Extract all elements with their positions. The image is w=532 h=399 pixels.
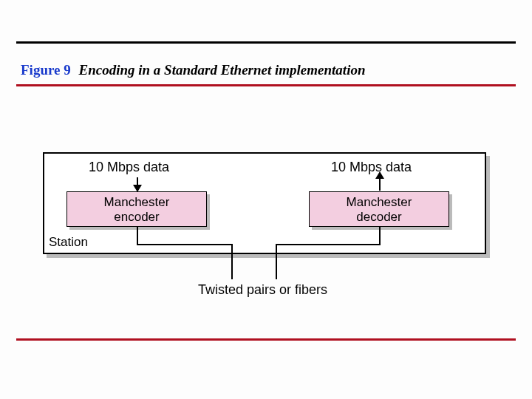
encoder-label: Manchesterencoder	[104, 195, 170, 224]
wire	[137, 227, 138, 245]
station-label: Station	[49, 235, 88, 250]
wire	[231, 244, 233, 279]
wire	[276, 244, 381, 245]
diagram: 10 Mbps data 10 Mbps data Manchesterenco…	[43, 140, 486, 303]
arrow-up-icon	[379, 177, 381, 191]
medium-label: Twisted pairs or fibers	[198, 282, 327, 298]
decoder-box: Manchesterdecoder	[309, 191, 449, 227]
wire	[276, 244, 277, 279]
decoder-label: Manchesterdecoder	[347, 195, 412, 224]
title-underline	[16, 84, 516, 86]
input-data-label: 10 Mbps data	[89, 160, 169, 175]
arrow-down-icon	[137, 177, 138, 191]
figure-number: Figure 9	[21, 62, 71, 78]
output-data-label: 10 Mbps data	[331, 160, 412, 175]
wire	[137, 244, 233, 245]
figure-title: Figure 9 Encoding in a Standard Ethernet…	[21, 62, 365, 78]
top-rule	[16, 41, 516, 44]
wire	[379, 227, 381, 245]
encoder-box: Manchesterencoder	[66, 191, 207, 227]
figure-caption: Encoding in a Standard Ethernet implemen…	[78, 62, 365, 78]
bottom-rule	[16, 338, 516, 341]
